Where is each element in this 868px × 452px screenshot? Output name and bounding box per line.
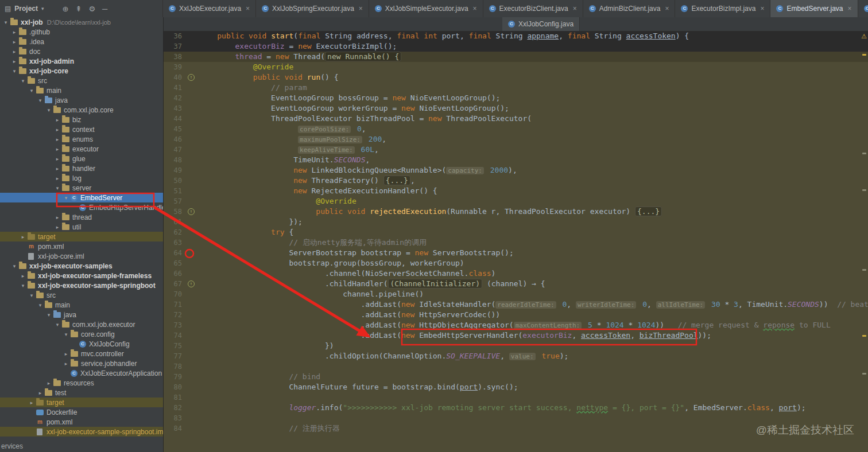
- close-icon[interactable]: ×: [246, 5, 250, 13]
- tree-item-test[interactable]: ▸test: [0, 388, 163, 398]
- tree-item-main[interactable]: ▾main: [0, 85, 163, 95]
- tree-item-context[interactable]: ▸context: [0, 124, 163, 134]
- chevron-right-icon[interactable]: ▸: [63, 361, 69, 367]
- gutter[interactable]: [184, 320, 199, 330]
- chevron-down-icon[interactable]: ▾: [20, 283, 26, 289]
- gutter[interactable]: [184, 299, 199, 310]
- collapse-all-icon[interactable]: ⇞: [75, 5, 82, 13]
- line-number[interactable]: 57: [164, 196, 184, 206]
- gutter[interactable]: [184, 124, 199, 134]
- tree-item-biz[interactable]: ▸biz: [0, 115, 163, 124]
- tree-item-executor[interactable]: ▸executor: [0, 144, 163, 154]
- line-number[interactable]: 83: [164, 413, 184, 423]
- tree-item-target[interactable]: ▸target: [0, 398, 163, 407]
- chevron-down-icon[interactable]: ▾: [45, 107, 52, 113]
- line-number[interactable]: 51: [164, 186, 184, 196]
- chevron-right-icon[interactable]: ▸: [37, 390, 44, 396]
- gutter[interactable]: [184, 341, 199, 351]
- tree-item-Dockerfile[interactable]: Dockerfile: [0, 407, 163, 417]
- gutter[interactable]: [184, 227, 199, 237]
- line-number[interactable]: 64: [164, 248, 184, 258]
- gutter[interactable]: [184, 237, 199, 248]
- tree-item-java[interactable]: ▾java: [0, 95, 163, 105]
- chevron-right-icon[interactable]: ▸: [54, 137, 61, 142]
- gutter[interactable]: [184, 186, 199, 196]
- tree-item-thread[interactable]: ▸thread: [0, 212, 163, 222]
- tree-item-pom.xml[interactable]: mpom.xml: [0, 417, 163, 427]
- chevron-right-icon[interactable]: ▸: [11, 49, 18, 54]
- line-number[interactable]: 70: [164, 289, 184, 299]
- line-number[interactable]: 48: [164, 155, 184, 165]
- scroll-mark[interactable]: [862, 153, 866, 154]
- chevron-right-icon[interactable]: ▸: [54, 117, 61, 123]
- tree-item-com.xxl.job.executor[interactable]: ▾com.xxl.job.executor: [0, 319, 163, 329]
- gutter[interactable]: [184, 217, 199, 227]
- tree-item-target[interactable]: ▸target: [0, 232, 163, 241]
- tree-item-service.jobhandler[interactable]: ▸service.jobhandler: [0, 359, 163, 368]
- line-number[interactable]: 46: [164, 134, 184, 145]
- gutter[interactable]: [184, 351, 199, 361]
- chevron-right-icon[interactable]: ▸: [11, 29, 18, 35]
- chevron-right-icon[interactable]: ▸: [54, 156, 61, 162]
- override-icon[interactable]: ↑: [188, 280, 195, 287]
- tree-item-xxl-job[interactable]: ▾xxl-jobD:\D\code\learn\xxl-job: [0, 17, 163, 27]
- chevron-down-icon[interactable]: ▾: [28, 293, 35, 298]
- scroll-mark[interactable]: [862, 269, 866, 271]
- chevron-right-icon[interactable]: ▸: [20, 234, 26, 240]
- tree-item-xxl-job-executor-sample-springboot[interactable]: ▾xxl-job-executor-sample-springboot: [0, 280, 163, 290]
- tree-item-java[interactable]: ▾java: [0, 310, 163, 319]
- chevron-down-icon[interactable]: ▾: [11, 68, 18, 74]
- tree-item-src[interactable]: ▾src: [0, 290, 163, 300]
- override-icon[interactable]: ↑: [188, 74, 195, 81]
- close-icon[interactable]: ×: [760, 5, 764, 13]
- line-number[interactable]: 67: [164, 279, 184, 289]
- code-area[interactable]: 36public void start(final String address…: [164, 31, 868, 434]
- tree-item-XxlJobExecutorApplication[interactable]: CXxlJobExecutorApplication: [0, 368, 163, 378]
- error-stripe[interactable]: ⚠: [861, 31, 868, 452]
- tab-ExecutorBizImpl.java[interactable]: CExecutorBizImpl.java×: [675, 0, 770, 17]
- line-number[interactable]: 80: [164, 382, 184, 392]
- override-icon[interactable]: ↑: [188, 208, 195, 215]
- gutter[interactable]: ↑: [184, 279, 199, 289]
- tab-SimpleChannelInbou[interactable]: CSimpleChannelInbou: [858, 0, 868, 17]
- chevron-right-icon[interactable]: ▸: [54, 127, 61, 133]
- tree-item-enums[interactable]: ▸enums: [0, 134, 163, 144]
- tree-item-xxl-job-executor-sample-frameless[interactable]: ▸xxl-job-executor-sample-frameless: [0, 271, 163, 280]
- gutter[interactable]: [184, 155, 199, 165]
- gutter[interactable]: [184, 330, 199, 341]
- gutter[interactable]: [184, 372, 199, 382]
- gutter[interactable]: [184, 31, 199, 41]
- line-number[interactable]: 41: [164, 83, 184, 93]
- tree-item-log[interactable]: ▸log: [0, 173, 163, 183]
- chevron-right-icon[interactable]: ▸: [20, 273, 26, 279]
- gutter[interactable]: [184, 41, 199, 52]
- line-number[interactable]: 39: [164, 62, 184, 72]
- project-panel-title[interactable]: Project: [14, 5, 38, 13]
- chevron-down-icon[interactable]: ▾: [37, 302, 44, 308]
- line-number[interactable]: 72: [164, 310, 184, 320]
- gutter[interactable]: [184, 361, 199, 372]
- chevron-right-icon[interactable]: ▸: [11, 39, 18, 45]
- tree-item-pom.xml[interactable]: mpom.xml: [0, 241, 163, 251]
- tree-item-com.xxl.job.core[interactable]: ▾com.xxl.job.core: [0, 105, 163, 115]
- close-icon[interactable]: ×: [848, 5, 852, 13]
- line-number[interactable]: 82: [164, 403, 184, 413]
- gutter[interactable]: [184, 289, 199, 299]
- tree-item-server[interactable]: ▾server: [0, 183, 163, 193]
- chevron-right-icon[interactable]: ▸: [54, 166, 61, 172]
- line-number[interactable]: 58: [164, 206, 184, 217]
- gutter[interactable]: [184, 423, 199, 434]
- gutter[interactable]: [184, 165, 199, 176]
- chevron-right-icon[interactable]: ▸: [11, 59, 18, 64]
- close-icon[interactable]: ×: [573, 5, 577, 13]
- gutter[interactable]: [184, 310, 199, 320]
- gutter[interactable]: [184, 62, 199, 72]
- line-number[interactable]: 50: [164, 176, 184, 186]
- tab-XxlJobSpringExecutor.java[interactable]: CXxlJobSpringExecutor.java×: [256, 0, 369, 17]
- line-number[interactable]: 45: [164, 124, 184, 134]
- line-number[interactable]: 73: [164, 320, 184, 330]
- close-icon[interactable]: ×: [665, 5, 669, 13]
- tree-item-xxl-job-core[interactable]: ▾xxl-job-core: [0, 66, 163, 76]
- settings-gear-icon[interactable]: ⚙: [88, 5, 95, 13]
- tree-item-main[interactable]: ▾main: [0, 300, 163, 310]
